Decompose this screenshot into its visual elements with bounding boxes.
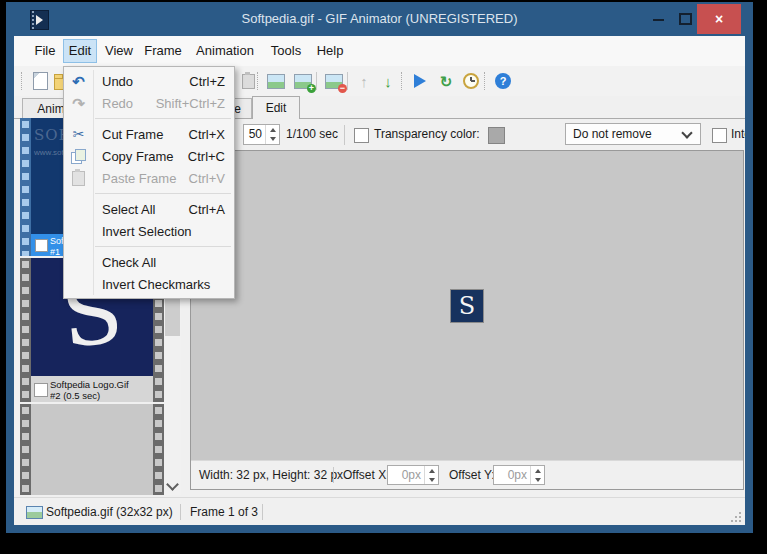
spin-down-icon[interactable]: [425, 475, 438, 484]
window-content: File Edit View Frame Animation Tools Hel…: [14, 36, 745, 525]
toolbar-grip: [401, 72, 402, 90]
window-title: Softpedia.gif - GIF Animator (UNREGISTER…: [106, 2, 653, 36]
menu-item-paste-frame[interactable]: Paste Frame Ctrl+V: [64, 167, 234, 189]
image-file-icon: [26, 506, 43, 519]
play-preview-button[interactable]: [408, 69, 432, 93]
menu-item-cut-frame[interactable]: ✂ Cut Frame Ctrl+X: [64, 123, 234, 145]
add-frame-icon: +: [294, 74, 312, 89]
spin-down-icon[interactable]: [531, 475, 544, 484]
filmstrip-sprocket: [20, 258, 31, 402]
chevron-down-icon: [681, 127, 692, 138]
toolbar-grip: [21, 72, 22, 90]
close-button[interactable]: ×: [697, 4, 741, 34]
scroll-down-icon[interactable]: [166, 478, 179, 491]
undo-icon: ↶: [72, 74, 85, 89]
clock-icon: [463, 73, 479, 89]
menu-edit[interactable]: Edit: [63, 39, 97, 63]
frame-1-checkbox[interactable]: [35, 239, 48, 252]
copy-icon: [71, 149, 86, 164]
offset-y-input[interactable]: 0px: [493, 465, 545, 485]
play-icon: [414, 74, 426, 88]
offset-x-spin-buttons[interactable]: [424, 466, 438, 484]
loop-button[interactable]: ↻: [434, 69, 458, 93]
toolbar-separator: [316, 72, 317, 90]
app-icon: [30, 10, 49, 30]
menu-item-select-all[interactable]: Select All Ctrl+A: [64, 198, 234, 220]
offset-y-label: Offset Y:: [449, 461, 495, 489]
status-separator: [180, 504, 181, 520]
delay-spinner[interactable]: 50: [243, 124, 280, 145]
filmstrip-sprocket: [20, 118, 31, 256]
offset-y-value[interactable]: 0px: [494, 466, 530, 484]
spin-up-icon[interactable]: [531, 466, 544, 475]
canvas-infobar: Width: 32 px, Height: 32 px Offset X: 0p…: [191, 460, 743, 489]
transparency-color-swatch[interactable]: [488, 127, 505, 144]
menu-view[interactable]: View: [99, 39, 139, 63]
paste-icon: [72, 171, 85, 186]
loop-icon: ↻: [440, 74, 453, 89]
plus-badge-icon: +: [307, 84, 316, 93]
new-file-button[interactable]: [28, 69, 52, 93]
offset-x-value[interactable]: 0px: [388, 466, 424, 484]
disposal-dropdown[interactable]: Do not remove: [565, 123, 701, 145]
menu-frame[interactable]: Frame: [139, 39, 187, 63]
timing-button[interactable]: [459, 69, 483, 93]
edit-menu-popup: ↶ Undo Ctrl+Z ↷ Redo Shift+Ctrl+Z ✂ Cut …: [63, 66, 235, 299]
delete-frame-icon: −: [325, 74, 343, 89]
help-button[interactable]: ?: [491, 69, 515, 93]
redo-icon: ↷: [72, 96, 85, 111]
image-size-text: Width: 32 px, Height: 32 px: [199, 461, 343, 489]
status-separator: [262, 504, 263, 520]
menu-item-redo[interactable]: ↷ Redo Shift+Ctrl+Z: [64, 92, 234, 114]
disposal-value: Do not remove: [573, 127, 652, 141]
toolbar-grip: [484, 72, 485, 90]
filmstrip-sprocket: [153, 404, 164, 495]
menu-separator: [95, 118, 231, 119]
interlaced-checkbox[interactable]: [712, 128, 727, 143]
menu-item-invert-selection[interactable]: Invert Selection: [64, 220, 234, 242]
move-frame-up-button[interactable]: ↑: [352, 69, 376, 93]
delay-unit-label: 1/100 sec: [286, 119, 338, 150]
spin-up-icon[interactable]: [266, 125, 279, 135]
app-window: Softpedia.gif - GIF Animator (UNREGISTER…: [6, 2, 753, 533]
menu-item-check-all[interactable]: Check All: [64, 251, 234, 273]
scissors-icon: ✂: [73, 127, 85, 141]
tab-edit[interactable]: Edit: [252, 96, 300, 119]
offset-x-input[interactable]: 0px: [387, 465, 439, 485]
canvas-area[interactable]: S: [191, 151, 743, 460]
frame-2-name: Softpedia Logo.Gif: [50, 379, 129, 390]
delay-value[interactable]: 50: [244, 125, 265, 144]
add-frame-button[interactable]: +: [291, 69, 315, 93]
arrow-down-icon: ↓: [384, 74, 392, 89]
menu-help[interactable]: Help: [309, 39, 351, 63]
infobar-separator: [333, 467, 334, 483]
delete-frame-button[interactable]: −: [322, 69, 346, 93]
frame-item-3[interactable]: [20, 404, 164, 495]
toolbar-grip: [257, 72, 258, 90]
menu-item-invert-checkmarks[interactable]: Invert Checkmarks: [64, 273, 234, 295]
interlaced-label: Interlaced: [731, 119, 745, 150]
offset-y-spin-buttons[interactable]: [530, 466, 544, 484]
duplicate-frame-button[interactable]: [264, 69, 288, 93]
menu-item-undo[interactable]: ↶ Undo Ctrl+Z: [64, 70, 234, 92]
menu-file[interactable]: File: [27, 39, 63, 63]
frame-3-thumbnail[interactable]: [31, 404, 153, 495]
maximize-button[interactable]: [671, 2, 697, 35]
spin-up-icon[interactable]: [425, 466, 438, 475]
delay-spin-buttons[interactable]: [265, 125, 279, 144]
move-frame-down-button[interactable]: ↓: [376, 69, 400, 93]
menu-item-copy-frame[interactable]: Copy Frame Ctrl+C: [64, 145, 234, 167]
menubar: File Edit View Frame Animation Tools Hel…: [14, 36, 745, 67]
frame-image[interactable]: S: [450, 289, 484, 323]
transparency-checkbox[interactable]: [354, 128, 369, 143]
frame-2-checkbox[interactable]: [34, 383, 48, 397]
titlebar: Softpedia.gif - GIF Animator (UNREGISTER…: [6, 2, 753, 36]
status-file-info: Softpedia.gif (32x32 px): [46, 498, 173, 525]
spin-down-icon[interactable]: [266, 135, 279, 145]
menu-tools[interactable]: Tools: [263, 39, 309, 63]
paste-icon: [242, 74, 255, 89]
statusbar: Softpedia.gif (32x32 px) Frame 1 of 3: [14, 497, 745, 525]
minimize-button[interactable]: [645, 2, 671, 35]
resize-grip[interactable]: [731, 512, 741, 522]
menu-animation[interactable]: Animation: [187, 39, 263, 63]
